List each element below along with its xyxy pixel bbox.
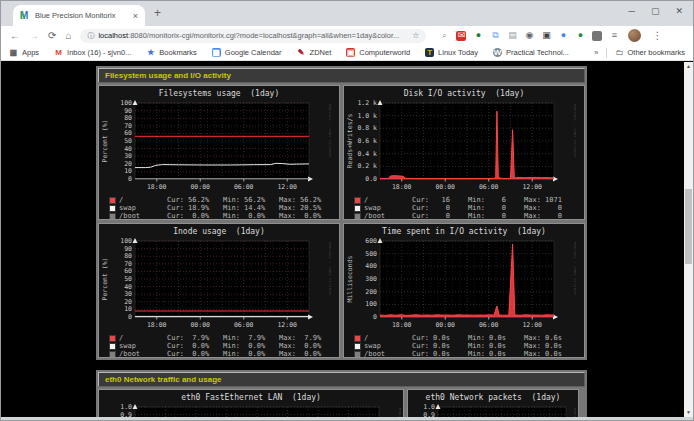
legend-label: swap <box>119 342 136 350</box>
scrollbar-thumb[interactable] <box>685 189 692 264</box>
copy-pages-icon[interactable]: ⧉ <box>490 31 500 41</box>
svg-text:18:00: 18:00 <box>392 321 412 329</box>
monitorix-favicon-icon: MM <box>20 11 30 21</box>
graph-title: Disk I/O activity (1day) <box>344 86 584 98</box>
graph-time-spent-io[interactable]: Time spent in I/O activity (1day)0100200… <box>343 223 585 358</box>
legend-value: Min: 0 <box>468 212 524 220</box>
legend-value: Min: 6 <box>468 196 524 204</box>
network-graph-grid: eth0 FastEthernet LAN (1day)1.00.9RRDTOO… <box>98 389 585 417</box>
search-extension-icon[interactable]: ⌕ <box>439 31 449 41</box>
bookmark-zdnet-icon: ✎ <box>297 48 306 57</box>
graph-legend: /Cur: 56.2%Min: 56.2%Max: 56.2%swapCur: … <box>99 196 339 220</box>
legend-swatch <box>354 343 361 350</box>
browser-menu-button[interactable]: ⋮ <box>652 30 662 41</box>
other-bookmarks-button[interactable]: Other bookmarks <box>627 48 685 57</box>
scrollbar-down-icon[interactable]: ▼ <box>684 408 693 417</box>
svg-text:100: 100 <box>365 300 377 308</box>
document-icon[interactable]: ▤ <box>507 31 517 41</box>
bookmark-bookmarks-label: Bookmarks <box>159 48 197 57</box>
legend-swatch <box>109 213 116 220</box>
page-content: Filesystem usage and I/O activity Filesy… <box>1 62 693 417</box>
svg-text:80: 80 <box>124 114 132 122</box>
tab-close-icon[interactable]: × <box>133 11 138 21</box>
scrollbar-up-icon[interactable]: ▲ <box>684 62 693 71</box>
legend-label: / <box>364 196 368 204</box>
profile-avatar[interactable] <box>628 29 641 42</box>
legend-swatch <box>109 197 116 204</box>
svg-text:1.2 k: 1.2 k <box>357 99 377 107</box>
bookmark-zdnet[interactable]: ✎ZDNet <box>297 48 332 57</box>
legend-row: /Cur: 7.9%Min: 7.9%Max: 7.9% <box>109 334 339 342</box>
bookmark-apps[interactable]: ▦Apps <box>9 48 39 57</box>
bookmark-linux-today[interactable]: TLinux Today <box>425 48 478 57</box>
window-bottom-edge <box>1 417 693 420</box>
bookmark-computerworld[interactable]: ▣Computerworld <box>346 48 410 57</box>
meet-icon[interactable]: ● <box>558 31 568 41</box>
legend-value: Min: 0 <box>468 204 524 212</box>
svg-text:0: 0 <box>128 175 132 183</box>
svg-text:600: 600 <box>365 237 377 245</box>
back-button[interactable]: ← <box>10 31 20 41</box>
graph-eth0-traffic[interactable]: eth0 FastEthernet LAN (1day)1.00.9RRDTOO… <box>98 389 404 417</box>
section-header-filesystem: Filesystem usage and I/O activity <box>98 68 585 83</box>
svg-text:20: 20 <box>124 298 132 306</box>
graph-legend: /Cur: 0.0sMin: 0.0sMax: 0.6sswapCur: 0.0… <box>344 334 584 358</box>
graph-title: Filesystems usage (1day) <box>99 86 339 98</box>
extensions-area: ⌕✉●⧉▤◉▣●●≡ <box>439 31 619 41</box>
graph-disk-io-activity[interactable]: Disk I/O activity (1day)0.00.2 k0.4 k0.6… <box>343 85 585 220</box>
tab-list-icon[interactable]: ≡ <box>609 31 619 41</box>
reload-button[interactable]: ⟳ <box>48 31 56 41</box>
legend-value: Cur: 0 <box>412 204 468 212</box>
graph-title: Time spent in I/O activity (1day) <box>344 224 584 236</box>
maximize-button[interactable]: ▢ <box>651 6 660 16</box>
globe-extension-icon[interactable]: ● <box>473 31 483 41</box>
svg-text:400: 400 <box>365 262 377 270</box>
legend-swatch <box>109 351 116 358</box>
legend-label: swap <box>119 204 136 212</box>
legend-value: Cur: 0.0% <box>167 350 223 358</box>
graph-plot-image: 1.00.9RRDTOOL / TOBI OETIKER <box>408 403 576 417</box>
mail-checker-icon[interactable]: ✉ <box>456 31 466 41</box>
eye-extension-icon[interactable]: ◉ <box>524 31 534 41</box>
home-button[interactable]: ⌂ <box>65 31 71 41</box>
close-button[interactable]: ✕ <box>675 6 683 16</box>
bookmark-google-calendar-icon: ▦ <box>212 48 221 57</box>
bookmark-star-icon[interactable]: ☆ <box>412 31 419 40</box>
active-tab[interactable]: MM Blue Precision Monitorix × <box>13 5 145 26</box>
svg-text:18:00: 18:00 <box>147 321 167 329</box>
tab-strip: MM Blue Precision Monitorix × + ─ ▢ ✕ <box>1 1 693 26</box>
bookmark-practical-technology-label: Practical Technol... <box>506 48 569 57</box>
bookmark-google-calendar-label: Google Calendar <box>225 48 282 57</box>
bookmark-bookmarks[interactable]: ★Bookmarks <box>146 48 197 57</box>
sync-icon[interactable]: ● <box>575 31 585 41</box>
bookmark-zdnet-label: ZDNet <box>310 48 332 57</box>
extensions-puzzle-icon[interactable] <box>592 31 602 41</box>
legend-label: /boot <box>364 212 385 220</box>
svg-text:18:00: 18:00 <box>147 183 167 191</box>
forward-button[interactable]: → <box>29 31 39 41</box>
legend-value: Min: 14.4% <box>223 204 279 212</box>
page-scrollbar[interactable]: ▲ ▼ <box>684 62 693 417</box>
bookmarks-overflow-button[interactable]: » <box>594 48 598 57</box>
minimize-button[interactable]: ─ <box>629 6 635 16</box>
bookmark-google-calendar[interactable]: ▦Google Calendar <box>212 48 282 57</box>
svg-text:50: 50 <box>124 275 132 283</box>
legend-value: Min: 7.9% <box>223 334 279 342</box>
graph-inode-usage[interactable]: Inode usage (1day)0102030405060708090100… <box>98 223 340 358</box>
legend-value: Cur: 56.2% <box>167 196 223 204</box>
bookmark-inbox[interactable]: MInbox (16) - sjvn0... <box>54 48 131 57</box>
site-info-icon[interactable]: ⓘ <box>87 31 94 41</box>
svg-text:12:00: 12:00 <box>277 183 297 191</box>
bookmark-practical-technology[interactable]: WPractical Technol... <box>493 48 569 57</box>
new-tab-button[interactable]: + <box>154 6 161 20</box>
screen-capture-icon[interactable]: ▣ <box>541 31 551 41</box>
address-bar[interactable]: ⓘ localhost:8080/monitorix-cgi/monitorix… <box>80 29 426 43</box>
legend-row: swapCur: 0Min: 0Max: 0 <box>354 204 584 212</box>
svg-text:Percent (%): Percent (%) <box>101 119 109 162</box>
graph-eth0-packets[interactable]: eth0 Network packets (1day)1.00.9RRDTOOL… <box>407 389 579 417</box>
legend-row: swapCur: 18.9%Min: 14.4%Max: 20.5% <box>109 204 339 212</box>
svg-text:30: 30 <box>124 290 132 298</box>
graph-filesystems-usage[interactable]: Filesystems usage (1day)0102030405060708… <box>98 85 340 220</box>
legend-value: Cur: 0 <box>412 212 468 220</box>
svg-text:RRDTOOL / TOBI OETIKER: RRDTOOL / TOBI OETIKER <box>328 104 331 158</box>
